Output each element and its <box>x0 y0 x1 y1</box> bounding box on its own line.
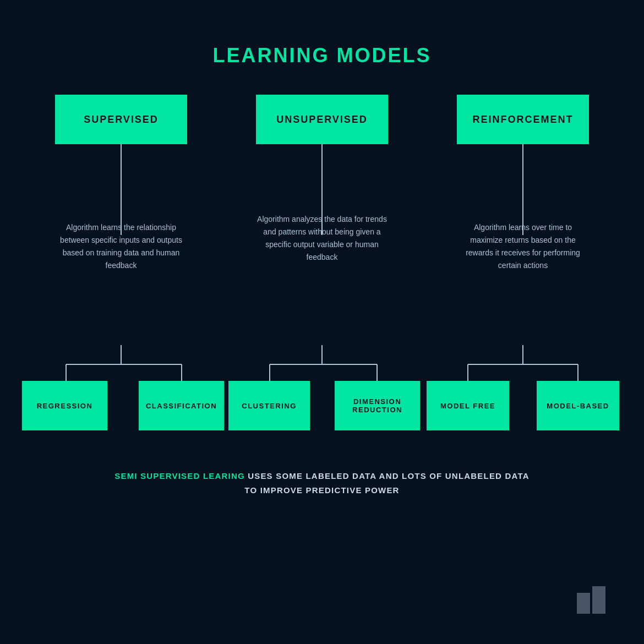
desc-unsupervised: Algorithm analyzes the data for trends a… <box>256 213 388 264</box>
desc-reinforcement: Algorithm learns over time to maximize r… <box>457 221 589 272</box>
node-regression: REGRESSION <box>22 381 107 430</box>
bottom-note-rest: USES SOME LABELED DATA AND LOTS OF UNLAB… <box>244 471 529 495</box>
node-model-free: MODEL FREE <box>427 381 509 430</box>
node-model-based: MODEL-BASED <box>537 381 619 430</box>
desc-supervised: Algorithm learns the relationship betwee… <box>55 221 187 272</box>
bottom-note: SEMI SUPERVISED LEARING USES SOME LABELE… <box>114 469 529 497</box>
node-clustering: CLUSTERING <box>228 381 310 430</box>
node-supervised: SUPERVISED <box>55 95 187 144</box>
page-title: LEARNING MODELS <box>212 44 431 67</box>
node-classification: CLASSIFICATION <box>139 381 224 430</box>
node-dimension-reduction: DIMENSION REDUCTION <box>335 381 420 430</box>
bottom-note-highlight: SEMI SUPERVISED LEARING <box>114 471 245 481</box>
node-reinforcement: REINFORCEMENT <box>457 95 589 144</box>
node-unsupervised: UNSUPERVISED <box>256 95 388 144</box>
logo <box>577 586 605 614</box>
